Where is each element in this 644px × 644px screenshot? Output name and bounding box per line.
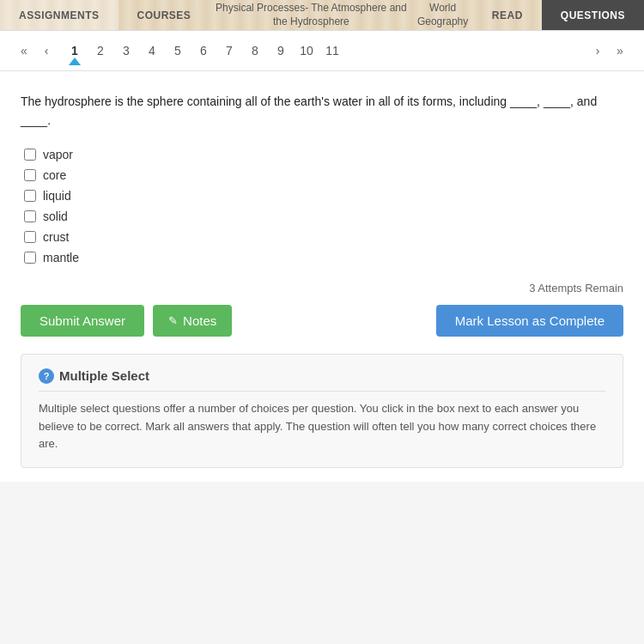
choice-label-core: core bbox=[43, 168, 66, 182]
prev-single-btn[interactable]: ‹ bbox=[36, 40, 57, 61]
choice-liquid[interactable]: liquid bbox=[24, 189, 623, 203]
page-num-2[interactable]: 2 bbox=[88, 38, 113, 64]
info-box-title-text: Multiple Select bbox=[59, 368, 149, 383]
checkbox-crust[interactable] bbox=[24, 231, 36, 243]
choice-mantle[interactable]: mantle bbox=[24, 251, 623, 264]
checkbox-solid[interactable] bbox=[24, 210, 36, 222]
question-text: The hydrosphere is the sphere containing… bbox=[21, 92, 623, 131]
checkbox-core[interactable] bbox=[24, 169, 36, 181]
nav-courses[interactable]: COURSES bbox=[118, 0, 210, 30]
main-content: The hydrosphere is the sphere containing… bbox=[0, 71, 644, 482]
choice-vapor[interactable]: vapor bbox=[24, 148, 623, 161]
info-box: ? Multiple Select Multiple select questi… bbox=[21, 354, 623, 468]
choice-label-crust: crust bbox=[43, 230, 69, 244]
submit-answer-button[interactable]: Submit Answer bbox=[21, 305, 144, 337]
pagination-row: « ‹ 1234567891011 › » bbox=[0, 31, 644, 71]
notes-button[interactable]: ✎ Notes bbox=[153, 305, 232, 337]
checkbox-vapor[interactable] bbox=[24, 149, 36, 161]
page-num-4[interactable]: 4 bbox=[139, 38, 165, 64]
attempts-text: 3 Attempts Remain bbox=[529, 282, 623, 295]
edit-icon: ✎ bbox=[168, 314, 178, 327]
choice-solid[interactable]: solid bbox=[24, 210, 623, 223]
prev-double-btn[interactable]: « bbox=[14, 40, 34, 61]
page-num-8[interactable]: 8 bbox=[242, 38, 268, 64]
mark-complete-button[interactable]: Mark Lesson as Complete bbox=[436, 305, 623, 337]
action-buttons: Submit Answer ✎ Notes Mark Lesson as Com… bbox=[21, 305, 623, 337]
page-num-7[interactable]: 7 bbox=[216, 38, 242, 64]
page-num-6[interactable]: 6 bbox=[191, 38, 216, 64]
nav-read[interactable]: READ bbox=[473, 0, 542, 30]
nav-assignments[interactable]: ASSIGNMENTS bbox=[0, 0, 118, 30]
page-num-10[interactable]: 10 bbox=[294, 38, 319, 64]
attempts-row: 3 Attempts Remain bbox=[21, 282, 623, 295]
notes-label: Notes bbox=[183, 313, 216, 328]
page-num-3[interactable]: 3 bbox=[113, 38, 139, 64]
info-box-body: Multiple select questions offer a number… bbox=[39, 400, 605, 453]
nav-center-text: Physical Processes- The Atmosphere and t… bbox=[210, 0, 472, 30]
choice-label-vapor: vapor bbox=[43, 148, 73, 161]
current-page-indicator bbox=[69, 58, 81, 65]
info-box-title: ? Multiple Select bbox=[39, 368, 605, 392]
page-num-5[interactable]: 5 bbox=[165, 38, 191, 64]
checkbox-liquid[interactable] bbox=[24, 190, 36, 202]
page-num-1[interactable]: 1 bbox=[62, 38, 88, 64]
checkbox-mantle[interactable] bbox=[24, 252, 36, 264]
top-nav: ASSIGNMENTS COURSES Physical Processes- … bbox=[0, 0, 644, 31]
page-num-9[interactable]: 9 bbox=[268, 38, 294, 64]
nav-questions[interactable]: QUESTIONS bbox=[542, 0, 644, 30]
page-nav-right: › » bbox=[587, 40, 630, 61]
choice-label-mantle: mantle bbox=[43, 251, 79, 264]
choice-crust[interactable]: crust bbox=[24, 230, 623, 244]
choice-label-solid: solid bbox=[43, 210, 68, 223]
choice-label-liquid: liquid bbox=[43, 189, 71, 203]
page-numbers: 1234567891011 bbox=[62, 38, 586, 64]
next-double-btn[interactable]: » bbox=[610, 40, 630, 61]
next-single-btn[interactable]: › bbox=[587, 40, 608, 61]
choice-core[interactable]: core bbox=[24, 168, 623, 182]
info-icon: ? bbox=[39, 368, 54, 384]
page-num-11[interactable]: 11 bbox=[319, 38, 345, 64]
choices-list: vaporcoreliquidsolidcrustmantle bbox=[24, 148, 623, 264]
